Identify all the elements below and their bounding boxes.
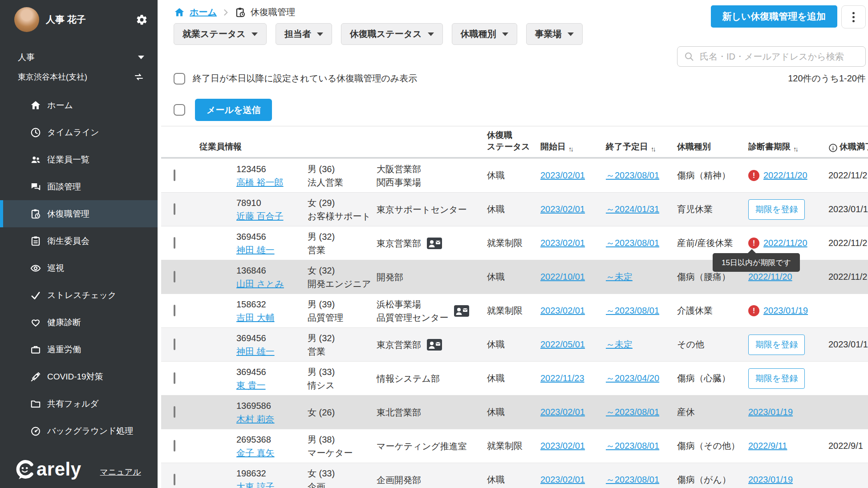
sidebar-item-stress-check[interactable]: ストレスチェック: [0, 282, 158, 309]
leave-type: 傷病（心臓）: [677, 372, 748, 384]
col-leave-type: 休職種別: [677, 141, 748, 153]
row-checkbox[interactable]: [174, 203, 175, 215]
sidebar-item-leave-management[interactable]: 休復職管理: [0, 200, 158, 227]
breadcrumb-home-link[interactable]: ホーム: [190, 6, 217, 18]
start-date-link[interactable]: 2023/02/01: [540, 204, 585, 214]
row-checkbox[interactable]: [174, 474, 175, 485]
employee-id: 158632: [236, 298, 308, 311]
start-date-link[interactable]: 2023/02/01: [540, 170, 585, 180]
cert-deadline-link[interactable]: 2022/11/20: [748, 272, 792, 282]
gender-age: 男 (38): [308, 433, 377, 446]
register-deadline-button[interactable]: 期限を登録: [748, 368, 805, 389]
sidebar-item-covid19[interactable]: COVID-19対策: [0, 363, 158, 390]
row-checkbox[interactable]: [174, 440, 175, 452]
select-all-checkbox[interactable]: [174, 104, 185, 116]
sidebar-item-timeline[interactable]: タイムライン: [0, 119, 158, 146]
end-date-link[interactable]: ～2023/08/01: [606, 306, 659, 315]
job-title: 営業: [308, 243, 377, 257]
manual-link[interactable]: マニュアル: [100, 467, 141, 481]
job-title: 情シス: [308, 379, 377, 392]
end-date-link[interactable]: ～未定: [606, 339, 633, 349]
more-menu-button[interactable]: [841, 5, 866, 28]
search-input[interactable]: [699, 51, 859, 62]
employee-name-link[interactable]: 吉田 大輔: [236, 311, 308, 324]
end-date-link[interactable]: ～2024/01/31: [606, 204, 659, 214]
role-selector[interactable]: 人事: [18, 52, 144, 63]
sort-icon[interactable]: ↑↓: [793, 145, 797, 153]
chevron-down-icon: [568, 32, 574, 36]
office-label: 東京渋谷本社(支社): [18, 72, 87, 82]
gender-age: 男 (36): [308, 162, 377, 176]
row-checkbox[interactable]: [174, 372, 175, 384]
sort-icon[interactable]: ↑↓: [651, 145, 655, 153]
employee-name-link[interactable]: 山田 さとみ: [236, 277, 308, 290]
row-checkbox[interactable]: [174, 271, 175, 282]
cert-deadline-link[interactable]: 2022/9/11: [748, 441, 787, 451]
row-checkbox[interactable]: [174, 305, 175, 316]
cert-deadline-link[interactable]: 2022/11/20: [763, 170, 807, 181]
start-date-link[interactable]: 2023/02/01: [540, 407, 585, 417]
employee-name-link[interactable]: 金子 真矢: [236, 446, 308, 460]
register-deadline-button[interactable]: 期限を登録: [748, 199, 805, 220]
employee-name-link[interactable]: 東 貴一: [236, 379, 308, 392]
cert-deadline-link[interactable]: 2023/01/19: [748, 407, 793, 417]
end-date-link[interactable]: ～2023/08/01: [606, 238, 659, 248]
start-date-link[interactable]: 2022/05/01: [540, 339, 585, 349]
employee-name-link[interactable]: 近藤 百合子: [236, 210, 308, 223]
end-date-link[interactable]: ～2023/08/01: [606, 475, 659, 484]
sidebar-item-interviews[interactable]: 面談管理: [0, 173, 158, 200]
check-icon: [30, 290, 41, 301]
department: 大阪営業部 関西事業場: [377, 162, 421, 189]
cert-deadline-link[interactable]: 2022/11/20: [763, 238, 807, 248]
register-deadline-button[interactable]: 期限を登録: [748, 335, 805, 355]
row-checkbox[interactable]: [174, 339, 175, 350]
end-date-link[interactable]: ～2023/08/01: [606, 407, 659, 417]
sidebar-item-overwork[interactable]: 過重労働: [0, 336, 158, 363]
row-checkbox[interactable]: [174, 406, 175, 418]
filter-leave-status[interactable]: 休復職ステータス: [341, 23, 443, 45]
start-date-link[interactable]: 2023/02/01: [540, 306, 585, 315]
gear-icon[interactable]: [136, 14, 148, 26]
sidebar-item-background-jobs[interactable]: バックグラウンド処理: [0, 417, 158, 444]
row-checkbox[interactable]: [174, 237, 175, 249]
leave-type: 傷病（がん）: [677, 474, 748, 486]
sidebar-item-hygiene-committee[interactable]: 衛生委員会: [0, 227, 158, 254]
cert-deadline-link[interactable]: 2023/01/19: [763, 306, 808, 316]
sidebar-item-shared-folder[interactable]: 共有フォルダ: [0, 390, 158, 417]
cert-deadline-link[interactable]: 2023/01/19: [748, 475, 793, 485]
add-leave-record-button[interactable]: 新しい休復職管理を追加: [711, 5, 837, 28]
start-date-link[interactable]: 2022/10/01: [540, 272, 585, 282]
home-icon: [174, 7, 185, 18]
employee-name-link[interactable]: 高橋 裕一郎: [236, 176, 308, 189]
sidebar-item-home[interactable]: ホーム: [0, 92, 158, 119]
sort-icon[interactable]: ↑↓: [568, 145, 572, 153]
start-date-link[interactable]: 2023/02/01: [540, 441, 585, 451]
filter-staff[interactable]: 担当者: [276, 23, 332, 45]
end-date-link[interactable]: ～2023/04/20: [606, 373, 659, 383]
show-only-active-checkbox[interactable]: [174, 73, 185, 85]
sidebar-item-patrol[interactable]: 巡視: [0, 254, 158, 282]
leave-status: 休職: [487, 169, 540, 181]
start-date-link[interactable]: 2022/11/23: [540, 373, 584, 383]
switch-office-icon: [134, 72, 144, 82]
start-date-link[interactable]: 2023/02/01: [540, 475, 585, 484]
office-selector[interactable]: 東京渋谷本社(支社): [18, 72, 144, 82]
filter-worksite[interactable]: 事業場: [526, 23, 583, 45]
employee-name-link[interactable]: 神田 雄一: [236, 243, 308, 257]
filter-leave-type[interactable]: 休職種別: [452, 23, 517, 45]
employee-name-link[interactable]: 大東 諒子: [236, 480, 308, 488]
employee-name-link[interactable]: 神田 雄一: [236, 345, 308, 358]
gender-age: 女 (29): [308, 196, 377, 210]
table-row: 158632吉田 大輔 男 (39)品質管理 浜松事業場 品質管理センター 就業…: [161, 294, 868, 327]
end-date-link[interactable]: ～2023/08/01: [606, 441, 659, 451]
row-checkbox[interactable]: [174, 169, 175, 181]
end-date-link[interactable]: ～2023/08/01: [606, 170, 659, 180]
send-mail-button[interactable]: メールを送信: [195, 99, 272, 121]
filter-employment-status[interactable]: 就業ステータス: [174, 23, 267, 45]
sidebar-item-health-checkup[interactable]: 健康診断: [0, 309, 158, 336]
employee-name-link[interactable]: 木村 莉奈: [236, 412, 308, 426]
start-date-link[interactable]: 2023/02/01: [540, 238, 585, 248]
end-date-link[interactable]: ～未定: [606, 272, 633, 282]
department: 東京サポートセンター: [377, 203, 467, 216]
sidebar-item-employees[interactable]: 従業員一覧: [0, 146, 158, 173]
